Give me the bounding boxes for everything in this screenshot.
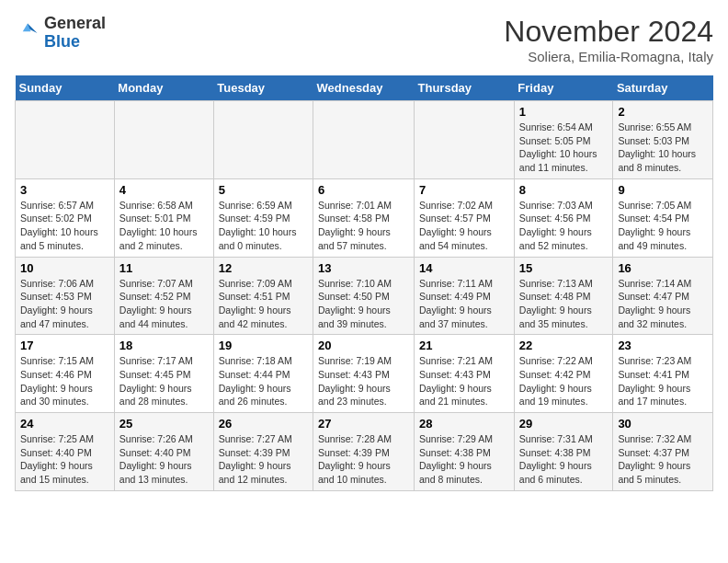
header: General Blue November 2024 Soliera, Emil… (15, 15, 713, 64)
day-info: Sunrise: 7:10 AMSunset: 4:50 PMDaylight:… (318, 277, 409, 331)
calendar-week-row: 1Sunrise: 6:54 AMSunset: 5:05 PMDaylight… (16, 101, 713, 179)
weekday-header: Monday (114, 75, 213, 101)
day-number: 11 (119, 261, 209, 275)
calendar-day-cell: 7Sunrise: 7:02 AMSunset: 4:57 PMDaylight… (415, 178, 515, 257)
day-info: Sunrise: 7:15 AMSunset: 4:46 PMDaylight:… (20, 354, 109, 408)
calendar-day-cell: 8Sunrise: 7:03 AMSunset: 4:56 PMDaylight… (514, 178, 613, 257)
weekday-header: Wednesday (313, 75, 415, 101)
calendar-day-cell: 25Sunrise: 7:26 AMSunset: 4:40 PMDayligh… (114, 413, 213, 491)
calendar-day-cell: 21Sunrise: 7:21 AMSunset: 4:43 PMDayligh… (415, 335, 515, 413)
day-number: 21 (419, 339, 509, 352)
weekday-header: Thursday (415, 75, 515, 101)
day-info: Sunrise: 7:02 AMSunset: 4:57 PMDaylight:… (419, 199, 509, 253)
calendar-day-cell: 30Sunrise: 7:32 AMSunset: 4:37 PMDayligh… (613, 413, 713, 491)
calendar-week-row: 17Sunrise: 7:15 AMSunset: 4:46 PMDayligh… (16, 335, 713, 413)
day-info: Sunrise: 7:18 AMSunset: 4:44 PMDaylight:… (219, 354, 308, 408)
day-number: 20 (318, 339, 409, 352)
calendar-day-cell: 28Sunrise: 7:29 AMSunset: 4:38 PMDayligh… (415, 413, 515, 491)
calendar-day-cell: 6Sunrise: 7:01 AMSunset: 4:58 PMDaylight… (313, 178, 415, 257)
calendar-day-cell: 16Sunrise: 7:14 AMSunset: 4:47 PMDayligh… (613, 257, 713, 335)
day-number: 1 (519, 105, 609, 119)
day-info: Sunrise: 7:31 AMSunset: 4:38 PMDaylight:… (519, 432, 609, 487)
day-number: 30 (618, 417, 708, 431)
day-info: Sunrise: 7:17 AMSunset: 4:45 PMDaylight:… (119, 354, 209, 408)
day-info: Sunrise: 7:22 AMSunset: 4:42 PMDaylight:… (519, 354, 609, 408)
calendar-day-cell (114, 101, 213, 179)
calendar-day-cell (313, 101, 415, 179)
calendar-day-cell (415, 101, 515, 179)
day-number: 23 (618, 339, 708, 352)
day-info: Sunrise: 7:28 AMSunset: 4:39 PMDaylight:… (318, 432, 409, 487)
day-number: 4 (119, 183, 209, 197)
day-number: 22 (519, 339, 609, 352)
day-number: 2 (618, 105, 708, 119)
weekday-header: Sunday (16, 75, 115, 101)
calendar-day-cell: 14Sunrise: 7:11 AMSunset: 4:49 PMDayligh… (415, 257, 515, 335)
day-number: 29 (519, 417, 609, 431)
day-number: 27 (318, 417, 409, 431)
day-info: Sunrise: 7:13 AMSunset: 4:48 PMDaylight:… (519, 277, 609, 331)
day-number: 17 (20, 339, 109, 352)
day-info: Sunrise: 7:27 AMSunset: 4:39 PMDaylight:… (219, 432, 308, 487)
calendar-day-cell: 11Sunrise: 7:07 AMSunset: 4:52 PMDayligh… (114, 257, 213, 335)
day-info: Sunrise: 7:25 AMSunset: 4:40 PMDaylight:… (20, 432, 109, 487)
logo-blue: Blue (44, 32, 80, 51)
calendar-day-cell: 19Sunrise: 7:18 AMSunset: 4:44 PMDayligh… (213, 335, 313, 413)
day-number: 14 (419, 261, 509, 275)
calendar-week-row: 10Sunrise: 7:06 AMSunset: 4:53 PMDayligh… (16, 257, 713, 335)
day-info: Sunrise: 6:59 AMSunset: 4:59 PMDaylight:… (219, 199, 308, 253)
day-info: Sunrise: 7:32 AMSunset: 4:37 PMDaylight:… (618, 432, 708, 487)
day-info: Sunrise: 7:01 AMSunset: 4:58 PMDaylight:… (318, 199, 409, 253)
day-number: 8 (519, 183, 609, 197)
calendar-day-cell: 17Sunrise: 7:15 AMSunset: 4:46 PMDayligh… (16, 335, 115, 413)
calendar-day-cell: 3Sunrise: 6:57 AMSunset: 5:02 PMDaylight… (16, 178, 115, 257)
logo-icon (15, 20, 40, 46)
calendar-day-cell: 12Sunrise: 7:09 AMSunset: 4:51 PMDayligh… (213, 257, 313, 335)
calendar-day-cell: 13Sunrise: 7:10 AMSunset: 4:50 PMDayligh… (313, 257, 415, 335)
day-info: Sunrise: 7:23 AMSunset: 4:41 PMDaylight:… (618, 354, 708, 408)
calendar-day-cell: 22Sunrise: 7:22 AMSunset: 4:42 PMDayligh… (514, 335, 613, 413)
day-info: Sunrise: 7:29 AMSunset: 4:38 PMDaylight:… (419, 432, 509, 487)
month-title: November 2024 (504, 15, 713, 49)
calendar-day-cell: 29Sunrise: 7:31 AMSunset: 4:38 PMDayligh… (514, 413, 613, 491)
day-info: Sunrise: 7:07 AMSunset: 4:52 PMDaylight:… (119, 277, 209, 331)
day-number: 7 (419, 183, 509, 197)
logo-general: General (44, 14, 106, 32)
day-number: 13 (318, 261, 409, 275)
day-number: 9 (618, 183, 708, 197)
day-info: Sunrise: 7:19 AMSunset: 4:43 PMDaylight:… (318, 354, 409, 408)
day-info: Sunrise: 6:58 AMSunset: 5:01 PMDaylight:… (119, 199, 209, 253)
calendar-day-cell: 20Sunrise: 7:19 AMSunset: 4:43 PMDayligh… (313, 335, 415, 413)
day-info: Sunrise: 7:14 AMSunset: 4:47 PMDaylight:… (618, 277, 708, 331)
title-area: November 2024 Soliera, Emilia-Romagna, I… (504, 15, 713, 64)
day-number: 12 (219, 261, 308, 275)
day-info: Sunrise: 7:26 AMSunset: 4:40 PMDaylight:… (119, 432, 209, 487)
day-number: 6 (318, 183, 409, 197)
calendar-day-cell (16, 101, 115, 179)
weekday-header: Saturday (613, 75, 713, 101)
calendar-week-row: 24Sunrise: 7:25 AMSunset: 4:40 PMDayligh… (16, 413, 713, 491)
calendar-day-cell: 1Sunrise: 6:54 AMSunset: 5:05 PMDaylight… (514, 101, 613, 179)
calendar-day-cell: 4Sunrise: 6:58 AMSunset: 5:01 PMDaylight… (114, 178, 213, 257)
logo-text: General Blue (44, 15, 106, 52)
calendar-day-cell: 23Sunrise: 7:23 AMSunset: 4:41 PMDayligh… (613, 335, 713, 413)
day-info: Sunrise: 7:11 AMSunset: 4:49 PMDaylight:… (419, 277, 509, 331)
day-number: 10 (20, 261, 109, 275)
day-number: 18 (119, 339, 209, 352)
calendar-week-row: 3Sunrise: 6:57 AMSunset: 5:02 PMDaylight… (16, 178, 713, 257)
weekday-header: Friday (514, 75, 613, 101)
calendar-day-cell: 24Sunrise: 7:25 AMSunset: 4:40 PMDayligh… (16, 413, 115, 491)
calendar-day-cell: 9Sunrise: 7:05 AMSunset: 4:54 PMDaylight… (613, 178, 713, 257)
logo: General Blue (15, 15, 106, 52)
day-number: 19 (219, 339, 308, 352)
day-number: 3 (20, 183, 109, 197)
calendar-day-cell (213, 101, 313, 179)
day-number: 24 (20, 417, 109, 431)
day-info: Sunrise: 6:54 AMSunset: 5:05 PMDaylight:… (519, 121, 609, 175)
calendar-day-cell: 26Sunrise: 7:27 AMSunset: 4:39 PMDayligh… (213, 413, 313, 491)
calendar-day-cell: 27Sunrise: 7:28 AMSunset: 4:39 PMDayligh… (313, 413, 415, 491)
day-info: Sunrise: 7:09 AMSunset: 4:51 PMDaylight:… (219, 277, 308, 331)
weekday-header-row: SundayMondayTuesdayWednesdayThursdayFrid… (16, 75, 713, 101)
day-number: 26 (219, 417, 308, 431)
day-info: Sunrise: 7:03 AMSunset: 4:56 PMDaylight:… (519, 199, 609, 253)
